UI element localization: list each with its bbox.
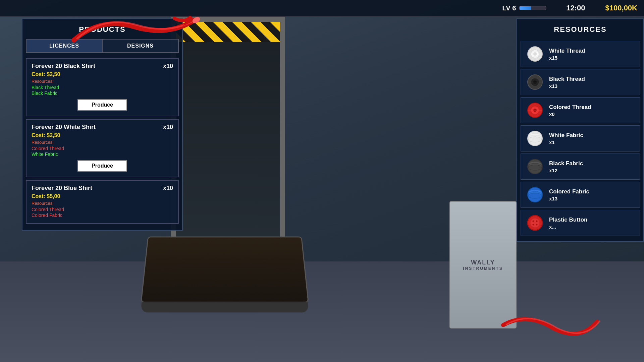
- products-title: PRODUCTS: [22, 19, 182, 39]
- resource-card-black-fabric: Black Fabric x12: [521, 154, 640, 180]
- plastic-button-info: Plastic Button x...: [549, 217, 587, 230]
- tab-licences[interactable]: LICENCES: [26, 40, 103, 52]
- hud-time: 12:00: [566, 4, 585, 12]
- resource-card-plastic-button: Plastic Button x...: [521, 210, 640, 236]
- colored-thread-qty: x0: [549, 111, 591, 117]
- hud-bar: LV 6 12:00 $100,00K: [0, 0, 644, 17]
- product-name-3: Forever 20 Blue Shirt: [32, 185, 92, 192]
- white-fabric-name: White Fabric: [549, 132, 583, 139]
- product-qty-3: x10: [163, 185, 173, 192]
- svg-point-32: [536, 224, 537, 225]
- product-cost-1: Cost: $2,50: [32, 71, 173, 77]
- colored-thread-info: Colored Thread x0: [549, 104, 591, 117]
- colored-fabric-qty: x13: [549, 196, 589, 201]
- resources-label-1: Resources:: [32, 79, 173, 84]
- conveyor-belt: [141, 237, 309, 303]
- resource-1-0: Black Thread: [32, 85, 173, 90]
- product-qty-2: x10: [163, 124, 173, 131]
- product-name-2: Forever 20 White Shirt: [32, 124, 96, 131]
- resource-card-white-fabric: White Fabric x1: [521, 125, 640, 152]
- plastic-button-qty: x...: [549, 224, 587, 230]
- produce-btn-2[interactable]: Produce: [77, 160, 127, 172]
- factory-floor: [0, 261, 644, 362]
- white-thread-name: White Thread: [549, 48, 585, 54]
- resource-card-black-thread: Black Thread x13: [521, 69, 640, 95]
- colored-thread-icon: [525, 100, 545, 120]
- black-thread-info: Black Thread x13: [549, 76, 585, 89]
- product-header-3: Forever 20 Blue Shirt x10: [32, 185, 173, 192]
- product-qty-1: x10: [163, 63, 173, 70]
- black-fabric-qty: x12: [549, 168, 583, 173]
- resource-3-1: Colored Fabric: [32, 213, 173, 218]
- resource-card-colored-fabric: Colored Fabric x13: [521, 182, 640, 208]
- white-fabric-qty: x1: [549, 139, 583, 145]
- product-header-1: Forever 20 Black Shirt x10: [32, 63, 173, 70]
- colored-fabric-info: Colored Fabric x13: [549, 188, 589, 201]
- plastic-button-icon: [525, 213, 545, 233]
- product-name-1: Forever 20 Black Shirt: [32, 63, 95, 70]
- tabs-row: LICENCES DESIGNS: [26, 39, 179, 53]
- resource-2-0: Colored Thread: [32, 146, 173, 151]
- machine-box: WALLY INSTRUMENTS: [449, 201, 517, 328]
- svg-point-28: [530, 218, 540, 228]
- machine-label: WALLY INSTRUMENTS: [463, 259, 503, 271]
- black-fabric-name: Black Fabric: [549, 160, 583, 167]
- plastic-button-name: Plastic Button: [549, 217, 587, 223]
- black-fabric-info: Black Fabric x12: [549, 160, 583, 173]
- resources-title: RESOURCES: [517, 19, 643, 39]
- tab-designs[interactable]: DESIGNS: [103, 40, 178, 52]
- black-thread-name: Black Thread: [549, 76, 585, 82]
- black-thread-icon: [525, 72, 545, 92]
- resource-3-0: Colored Thread: [32, 207, 173, 212]
- door-frame: [171, 17, 285, 251]
- svg-point-26: [528, 193, 542, 198]
- product-card-blue-shirt: Forever 20 Blue Shirt x10 Cost: $5,00 Re…: [26, 180, 179, 224]
- warning-stripe: [176, 22, 280, 42]
- product-card-white-shirt: Forever 20 White Shirt x10 Cost: $2,50 R…: [26, 119, 179, 177]
- xp-fill: [520, 6, 531, 10]
- xp-bar: [519, 6, 546, 10]
- resources-panel: RESOURCES White Thread x15: [517, 18, 644, 242]
- hud-money: $100,00K: [605, 4, 637, 12]
- colored-fabric-icon: [525, 185, 545, 205]
- product-cost-3: Cost: $5,00: [32, 193, 173, 199]
- product-cost-2: Cost: $2,50: [32, 132, 173, 138]
- products-panel: PRODUCTS LICENCES DESIGNS Forever 20 Bla…: [22, 18, 183, 231]
- svg-point-30: [536, 220, 537, 222]
- white-thread-info: White Thread x15: [549, 48, 585, 61]
- svg-point-18: [528, 137, 542, 142]
- colored-fabric-name: Colored Fabric: [549, 188, 589, 195]
- black-fabric-icon: [525, 157, 545, 177]
- resource-card-white-thread: White Thread x15: [521, 41, 640, 67]
- resource-1-1: Black Fabric: [32, 90, 173, 96]
- resource-card-colored-thread: Colored Thread x0: [521, 97, 640, 123]
- hud-level: LV 6: [502, 4, 546, 12]
- product-header-2: Forever 20 White Shirt x10: [32, 124, 173, 131]
- colored-thread-name: Colored Thread: [549, 104, 591, 111]
- white-thread-icon: [525, 44, 545, 64]
- product-card-black-shirt: Forever 20 Black Shirt x10 Cost: $2,50 R…: [26, 58, 179, 116]
- white-thread-qty: x15: [549, 55, 585, 61]
- level-label: LV 6: [502, 4, 516, 12]
- white-fabric-info: White Fabric x1: [549, 132, 583, 145]
- black-thread-qty: x13: [549, 83, 585, 89]
- produce-btn-1[interactable]: Produce: [77, 99, 127, 111]
- resources-label-2: Resources:: [32, 140, 173, 145]
- svg-point-29: [532, 220, 534, 222]
- resources-label-3: Resources:: [32, 201, 173, 206]
- svg-point-31: [532, 224, 534, 225]
- resource-2-1: White Fabric: [32, 152, 173, 157]
- white-fabric-icon: [525, 128, 545, 148]
- svg-point-22: [528, 165, 542, 170]
